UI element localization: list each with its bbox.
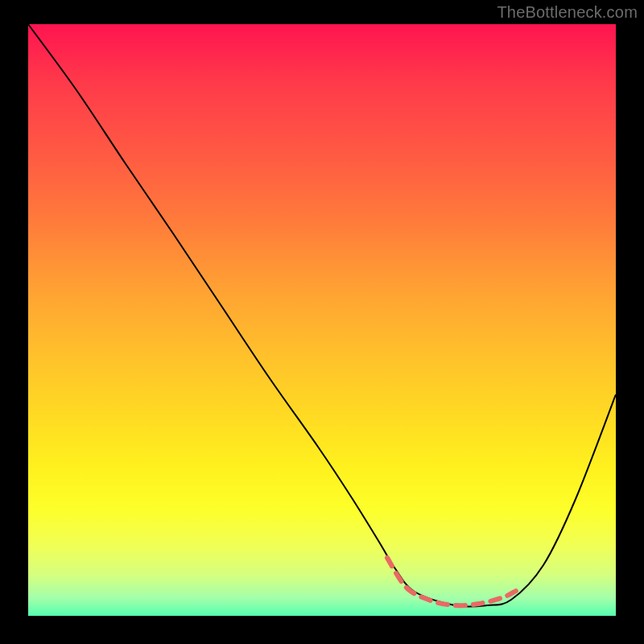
curve-svg — [28, 24, 616, 616]
chart-root: TheBottleneck.com — [0, 0, 644, 644]
main-curve — [28, 24, 616, 607]
plot-area — [28, 24, 616, 616]
highlight-segment — [387, 558, 516, 605]
watermark-label: TheBottleneck.com — [497, 3, 638, 22]
